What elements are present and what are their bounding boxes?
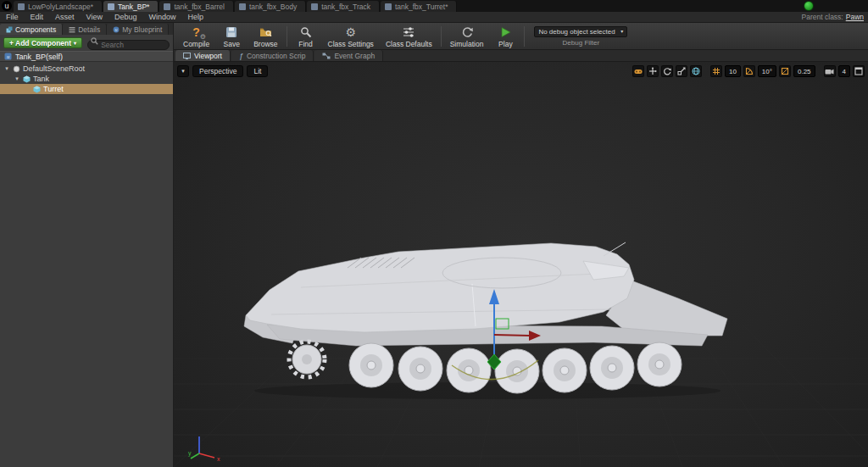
rotation-snap-icon[interactable]	[743, 65, 755, 77]
camera-speed-value[interactable]: 4	[838, 65, 850, 77]
doc-tab-lowpolylandscape[interactable]: LowPolyLandscape*	[14, 1, 103, 12]
gameview-icon[interactable]	[632, 65, 644, 77]
editor-tab-strip: Viewport ƒ Construction Scrip Event Grap…	[174, 50, 868, 62]
mesh-icon	[239, 3, 246, 10]
class-settings-button[interactable]: ⚙ Class Settings	[322, 24, 380, 49]
move-tool-icon[interactable]	[647, 65, 659, 77]
drive-sprocket	[289, 342, 325, 377]
tab-details[interactable]: Details	[63, 24, 107, 35]
components-toolbar: + Add Component ▾	[0, 35, 173, 51]
chevron-down-icon: ▾	[620, 29, 623, 34]
parent-class-link[interactable]: Pawn	[846, 13, 864, 21]
viewport-3d[interactable]: ▾ Perspective Lit 10 10°	[174, 62, 868, 467]
tree-row-label: Tank	[33, 75, 49, 83]
save-button[interactable]: Save	[215, 24, 248, 49]
perspective-label: Perspective	[199, 67, 236, 75]
menu-debug[interactable]: Debug	[108, 12, 143, 23]
unreal-logo-icon: u	[2, 1, 12, 11]
menu-file[interactable]: File	[0, 12, 25, 23]
search-input[interactable]	[87, 40, 170, 50]
titlebar: u LowPolyLandscape* Tank_BP* tank_fbx_Ba…	[0, 0, 868, 12]
component-tree: ▾ DefaultSceneRoot ▾ Tank Turret	[0, 62, 173, 94]
doc-tab-tank-fbx-body[interactable]: tank_fbx_Body	[235, 1, 306, 12]
perspective-button[interactable]: Perspective	[192, 65, 243, 77]
search-icon	[91, 37, 98, 45]
add-component-label: + Add Component	[9, 39, 71, 47]
grid-snap-value[interactable]: 10	[725, 65, 741, 77]
camera-speed-icon[interactable]	[824, 65, 836, 77]
scale-tool-icon[interactable]	[676, 65, 687, 77]
source-control-status-icon[interactable]	[804, 1, 814, 11]
function-icon: ƒ	[239, 52, 243, 60]
tree-row-self[interactable]: u Tank_BP(self)	[0, 51, 173, 62]
axis-x-label: x	[217, 456, 220, 462]
menubar: File Edit Asset View Debug Window Help P…	[0, 12, 868, 23]
chevron-down-icon: ▾	[181, 68, 185, 75]
tab-my-blueprint[interactable]: u My Blueprint	[107, 24, 169, 35]
scene-canvas[interactable]	[174, 62, 868, 467]
button-label: Play	[498, 40, 513, 48]
browse-icon	[259, 25, 272, 39]
doc-tab-tank-fbx-barrel[interactable]: tank_fbx_Barrel	[159, 1, 234, 12]
find-button[interactable]: Find	[290, 24, 322, 49]
menu-window[interactable]: Window	[142, 12, 181, 23]
toolbar-separator	[287, 26, 287, 47]
scale-snap-icon[interactable]	[779, 65, 791, 77]
class-defaults-button[interactable]: Class Defaults	[380, 24, 438, 49]
tree-row-turret[interactable]: Turret	[0, 84, 173, 94]
doc-tab-tank-bp[interactable]: Tank_BP*	[103, 1, 159, 12]
component-searchbox	[87, 36, 170, 51]
axis-y-label: y	[188, 450, 192, 457]
grid-snap-icon[interactable]	[710, 65, 722, 77]
document-tab-strip: LowPolyLandscape* Tank_BP* tank_fbx_Barr…	[14, 0, 458, 12]
button-label: Class Defaults	[386, 40, 432, 48]
event-graph-icon	[322, 53, 331, 59]
compile-button[interactable]: ?⚙ Compile	[177, 24, 215, 49]
asset-icon	[18, 3, 25, 10]
debug-dropdown-value: No debug object selected	[538, 28, 615, 36]
rotation-snap-value[interactable]: 10°	[758, 65, 776, 77]
debug-object-dropdown[interactable]: No debug object selected ▾	[534, 26, 627, 37]
tab-label: Details	[78, 25, 100, 34]
tank-model[interactable]	[244, 242, 727, 399]
doc-tab-label: tank_fbx_Barrel	[174, 3, 225, 11]
mesh-icon	[311, 3, 318, 10]
blueprint-class-icon: u	[4, 53, 12, 60]
menu-asset[interactable]: Asset	[49, 12, 81, 23]
simulation-button[interactable]: Simulation	[444, 24, 490, 49]
rotate-tool-icon[interactable]	[661, 65, 673, 77]
expander-icon[interactable]: ▾	[14, 75, 20, 82]
viewport-options-button[interactable]: ▾	[177, 65, 189, 77]
browse-button[interactable]: Browse	[248, 24, 283, 49]
toolbar-separator	[524, 26, 525, 47]
details-icon	[69, 26, 75, 33]
doc-tab-tank-fbx-track[interactable]: tank_fbx_Track	[307, 1, 380, 12]
expander-icon[interactable]: ▾	[3, 65, 10, 72]
debug-filter-label: Debug Filter	[563, 39, 600, 47]
viewport-icon	[183, 53, 191, 59]
button-label: Browse	[253, 40, 277, 48]
world-space-icon[interactable]	[690, 65, 702, 77]
menu-view[interactable]: View	[81, 12, 108, 23]
tree-row-tank[interactable]: ▾ Tank	[0, 74, 173, 84]
tree-row-label: DefaultSceneRoot	[23, 64, 85, 73]
doc-tab-tank-fbx-turret[interactable]: tank_fbx_Turret*	[381, 1, 458, 12]
tab-label: Event Graph	[334, 52, 375, 60]
axis-gizmo: x y	[187, 430, 225, 462]
tab-components[interactable]: Components	[0, 24, 63, 35]
tab-label: Construction Scrip	[247, 52, 305, 60]
menu-edit[interactable]: Edit	[25, 12, 50, 23]
tree-row-defaultsceneroot[interactable]: ▾ DefaultSceneRoot	[0, 64, 173, 74]
scale-snap-value[interactable]: 0.25	[793, 65, 815, 77]
find-icon	[300, 25, 312, 39]
compile-status-icon: ?⚙	[192, 25, 200, 39]
menu-help[interactable]: Help	[181, 12, 209, 23]
maximize-viewport-icon[interactable]	[853, 65, 865, 77]
lit-mode-button[interactable]: Lit	[247, 65, 268, 77]
tab-construction-script[interactable]: ƒ Construction Scrip	[231, 50, 314, 61]
add-component-button[interactable]: + Add Component ▾	[3, 37, 82, 48]
tab-event-graph[interactable]: Event Graph	[314, 50, 383, 61]
tab-viewport[interactable]: Viewport	[175, 50, 231, 61]
play-button[interactable]: Play	[489, 24, 521, 49]
gizmo-x-axis[interactable]	[494, 335, 530, 336]
